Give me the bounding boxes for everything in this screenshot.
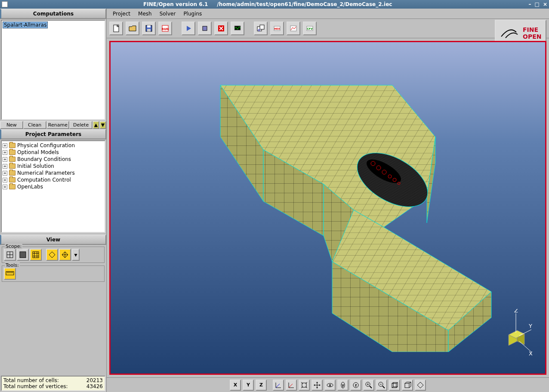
view-z-button[interactable]: Z [256,380,267,391]
scope-diamond1-button[interactable] [46,249,58,261]
new-button[interactable]: New [0,121,23,129]
stop-button[interactable] [198,22,212,35]
task-manager-button[interactable] [254,22,268,35]
sidebar: Computations Spalart-Allmaras New Clean … [0,9,107,392]
pan-button[interactable] [312,380,323,391]
scope-dropdown-button[interactable]: ▾ [72,249,80,261]
expand-icon[interactable]: + [3,143,7,148]
rotate-x-button[interactable]: x [324,380,336,391]
tree-item[interactable]: +Boundary Conditions [3,156,104,163]
abort-button[interactable] [214,22,228,35]
app-icon [2,1,8,7]
menu-mesh[interactable]: Mesh [135,10,155,18]
project-parameters-title: Project Parameters [0,129,106,139]
svg-rect-3 [20,252,26,258]
diamond-button[interactable] [415,380,426,391]
expand-icon[interactable]: + [3,178,7,182]
statistics-panel: Total number of cells:20213 Total number… [1,376,105,391]
3d-viewport[interactable]: Z Y X [109,41,546,375]
folder-icon [9,184,15,189]
tree-label: Numerical Parameters [17,170,75,176]
menubar: Project Mesh Solver Plugins [107,9,549,19]
zoom-in-button[interactable] [363,380,374,391]
tree-label: Physical Configuration [17,142,75,148]
delete-button[interactable]: Delete [69,121,93,129]
tree-label: OpenLabs [17,184,43,190]
project-parameters-tree[interactable]: +Physical Configuration +Optional Models… [1,140,105,233]
zoom-out-button[interactable] [376,380,387,391]
menu-plugins[interactable]: Plugins [180,10,205,18]
rotate-z-button[interactable]: z [350,380,361,391]
folder-icon [9,170,15,176]
scope-label: Scope: [5,244,22,249]
save-file-button[interactable] [142,22,156,35]
app-title: FINE/Open version 6.1 [143,1,208,7]
computations-list[interactable]: Spalart-Allmaras [1,20,105,120]
svg-marker-113 [417,382,423,388]
scope-mesh-button[interactable] [30,249,42,261]
cells-value: 20213 [86,377,103,383]
axis-triad: Z Y X [493,309,532,356]
expand-icon[interactable]: + [3,171,7,176]
new-file-button[interactable] [109,22,123,35]
vertices-value: 43426 [86,383,103,389]
scope-wireframe-button[interactable] [4,249,16,261]
svg-line-99 [382,386,385,388]
maximize-button[interactable]: □ [535,1,540,7]
svg-text:X: X [529,350,532,356]
measure-tool-button[interactable] [4,268,16,280]
computation-item[interactable]: Spalart-Allmaras [3,22,48,28]
expand-icon[interactable]: + [3,185,7,189]
minimize-button[interactable]: – [529,1,531,7]
tree-label: Initial Solution [17,163,54,169]
perspective-button[interactable] [389,380,400,391]
run-button[interactable]: RUN [158,22,172,35]
scope-fieldset: Scope: ▾ [2,247,105,263]
move-down-button[interactable]: ▼ [99,121,106,129]
scope-diamond2-button[interactable] [59,249,71,261]
menu-project[interactable]: Project [109,10,134,18]
view-xz-button[interactable] [286,380,297,391]
scope-solid-button[interactable] [17,249,29,261]
chart-button[interactable] [287,22,300,35]
open-file-button[interactable] [126,22,139,35]
view-xy-button[interactable] [273,380,284,391]
svg-line-73 [276,384,280,388]
tree-item[interactable]: +OpenLabs [3,183,104,190]
expand-icon[interactable]: + [3,164,7,169]
svg-text:FINE: FINE [523,26,538,33]
svg-text:RUN: RUN [162,28,169,31]
svg-marker-85 [316,387,318,389]
folder-icon [9,177,15,182]
box-button[interactable] [402,380,413,391]
expand-icon[interactable]: + [3,157,7,162]
tree-label: Optional Models [17,149,59,155]
cells-label: Total number of cells: [3,377,59,383]
vertices-label: Total number of vertices: [3,383,68,389]
folder-icon [9,164,15,169]
tree-item[interactable]: +Physical Configuration [3,142,104,149]
tree-item[interactable]: +Initial Solution [3,163,104,170]
view-x-button[interactable]: X [230,380,241,391]
move-up-button[interactable]: ▲ [93,121,99,129]
main-toolbar: RUN HEX CFV FINE OPEN [107,19,549,38]
play-button[interactable] [182,22,195,35]
menu-solver[interactable]: Solver [156,10,179,18]
tree-item[interactable]: +Optional Models [3,149,104,156]
tree-item[interactable]: +Computation Control [3,176,104,183]
monitor-button[interactable] [231,22,244,35]
view-y-button[interactable]: Y [243,380,254,391]
hexpress-button[interactable]: HEX [270,22,284,35]
tree-item[interactable]: +Numerical Parameters [3,170,104,176]
rename-button[interactable]: Rename [46,121,70,129]
rotate-y-button[interactable]: y [337,380,349,391]
fit-button[interactable] [299,380,310,391]
expand-icon[interactable]: + [3,150,7,155]
close-button[interactable]: × [543,1,547,7]
cfview-button[interactable]: CFV [303,22,317,35]
svg-marker-84 [316,382,318,383]
tree-label: Boundary Conditions [17,156,71,162]
clean-button[interactable]: Clean [23,121,46,129]
svg-text:Y: Y [528,323,532,329]
tree-label: Computation Control [17,177,71,183]
